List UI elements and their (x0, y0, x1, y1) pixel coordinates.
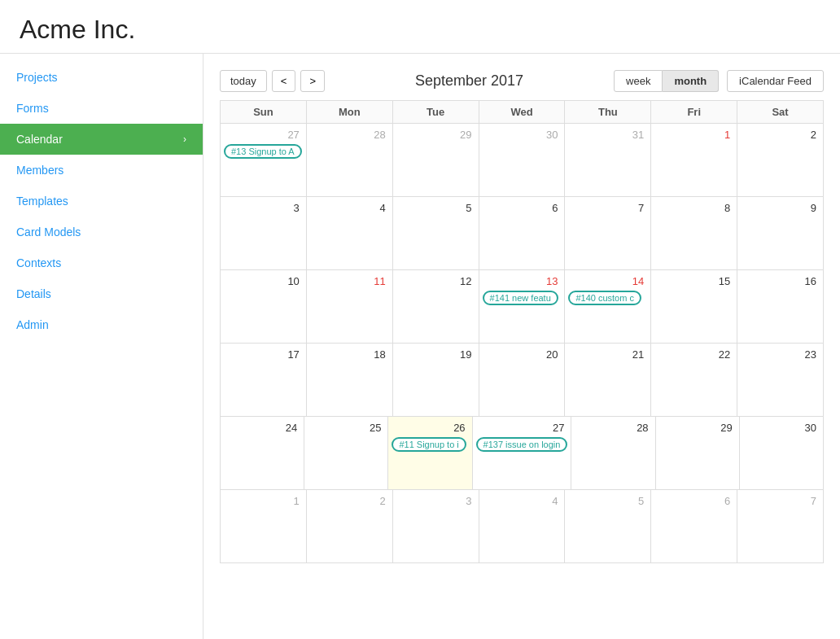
today-button[interactable]: today (220, 70, 267, 92)
cal-cell: 6 (479, 197, 566, 270)
cal-cell: 27#13 Signup to A (221, 124, 307, 197)
cal-cell: 21 (565, 344, 651, 417)
cal-header-thu: Thu (565, 101, 651, 124)
cal-header-sun: Sun (221, 101, 307, 124)
day-number: 3 (224, 200, 303, 216)
day-number: 7 (568, 200, 647, 216)
cal-cell: 17 (221, 344, 307, 417)
day-number: 27 (224, 127, 303, 142)
sidebar-item-card-models[interactable]: Card Models (0, 217, 203, 247)
sidebar-item-label: Contexts (16, 256, 61, 269)
cal-cell: 1 (221, 490, 307, 563)
calendar-event[interactable]: #141 new featu (483, 291, 558, 305)
view-group: week month (614, 70, 719, 92)
sidebar-item-contexts[interactable]: Contexts (0, 247, 203, 278)
cal-cell: 7 (565, 197, 651, 270)
day-number: 24 (224, 420, 300, 435)
day-number: 6 (654, 493, 733, 509)
calendar-event[interactable]: #137 issue on login (476, 437, 568, 452)
day-number: 29 (659, 420, 736, 435)
app-header: Acme Inc. (0, 0, 840, 54)
ical-button[interactable]: iCalendar Feed (727, 70, 824, 92)
cal-week-5: 1234567 (221, 490, 824, 563)
month-view-button[interactable]: month (663, 70, 719, 92)
cal-cell: 16 (737, 270, 824, 344)
day-number: 10 (224, 274, 303, 289)
day-number: 6 (483, 200, 562, 216)
cal-week-1: 3456789 (221, 197, 824, 270)
day-number: 22 (654, 347, 733, 362)
day-number: 3 (396, 493, 475, 509)
day-number: 28 (575, 420, 651, 435)
sidebar-item-label: Members (16, 164, 63, 177)
week-view-button[interactable]: week (614, 70, 663, 92)
sidebar-item-details[interactable]: Details (0, 278, 203, 309)
cal-cell: 10 (221, 270, 307, 344)
prev-button[interactable]: < (272, 70, 296, 92)
cal-cell: 4 (307, 197, 393, 270)
cal-cell: 3 (393, 490, 479, 563)
sidebar-item-label: Details (16, 287, 51, 300)
day-number: 5 (396, 200, 475, 216)
cal-cell: 4 (479, 490, 566, 563)
cal-cell: 2 (737, 124, 824, 197)
cal-cell: 13#141 new featu (479, 270, 566, 344)
sidebar-item-label: Forms (16, 102, 49, 115)
cal-cell: 29 (656, 417, 740, 490)
cal-cell: 19 (393, 344, 479, 417)
sidebar-item-members[interactable]: Members (0, 155, 203, 186)
day-number: 4 (310, 200, 389, 216)
sidebar-item-admin[interactable]: Admin (0, 309, 203, 340)
cal-cell: 22 (651, 344, 737, 417)
cal-cell: 25 (304, 417, 388, 490)
cal-cell: 12 (393, 270, 479, 344)
day-number: 4 (483, 493, 562, 509)
cal-header-tue: Tue (393, 101, 479, 124)
cal-week-4: 242526#11 Signup to i27#137 issue on log… (221, 417, 824, 490)
cal-cell: 5 (565, 490, 651, 563)
cal-header-fri: Fri (651, 101, 737, 124)
day-number: 26 (392, 420, 468, 435)
cal-cell: 9 (737, 197, 824, 270)
cal-cell: 5 (393, 197, 479, 270)
day-number: 14 (568, 274, 647, 289)
cal-cell: 1 (651, 124, 737, 197)
day-number: 2 (741, 127, 820, 142)
cal-cell: 28 (307, 124, 393, 197)
cal-cell: 15 (651, 270, 737, 344)
cal-header-sat: Sat (737, 101, 824, 124)
day-number: 28 (310, 127, 389, 142)
sidebar-item-calendar[interactable]: Calendar› (0, 124, 203, 155)
calendar-weeks: 27#13 Signup to A28293031123456789101112… (221, 124, 824, 563)
calendar-event[interactable]: #11 Signup to i (392, 437, 466, 452)
day-number: 11 (310, 274, 389, 289)
day-number: 16 (741, 274, 820, 289)
sidebar-item-label: Card Models (16, 225, 81, 239)
day-number: 19 (396, 347, 475, 362)
day-number: 23 (741, 347, 820, 362)
cal-toolbar: today < > September 2017 week month iCal… (220, 70, 824, 92)
day-number: 21 (568, 347, 647, 362)
day-number: 30 (743, 420, 820, 435)
next-button[interactable]: > (300, 70, 325, 92)
sidebar-item-label: Calendar (16, 133, 63, 146)
calendar-title: September 2017 (330, 72, 609, 90)
cal-cell: 30 (740, 417, 824, 490)
sidebar-item-label: Admin (16, 318, 49, 331)
calendar-grid: SunMonTueWedThuFriSat 27#13 Signup to A2… (220, 100, 824, 563)
cal-header-wed: Wed (479, 101, 566, 124)
sidebar-item-projects[interactable]: Projects (0, 62, 203, 93)
calendar-header-row: SunMonTueWedThuFriSat (221, 101, 824, 124)
day-number: 27 (476, 420, 568, 435)
app-title: Acme Inc. (20, 15, 820, 45)
calendar-event[interactable]: #13 Signup to A (224, 144, 302, 159)
day-number: 31 (568, 127, 647, 142)
cal-cell: 31 (565, 124, 651, 197)
calendar-event[interactable]: #140 custom c (568, 291, 641, 305)
sidebar-item-forms[interactable]: Forms (0, 93, 203, 124)
day-number: 5 (568, 493, 647, 509)
sidebar-item-templates[interactable]: Templates (0, 186, 203, 217)
day-number: 18 (310, 347, 389, 362)
sidebar-item-label: Templates (16, 195, 68, 208)
sidebar-item-label: Projects (16, 71, 58, 84)
